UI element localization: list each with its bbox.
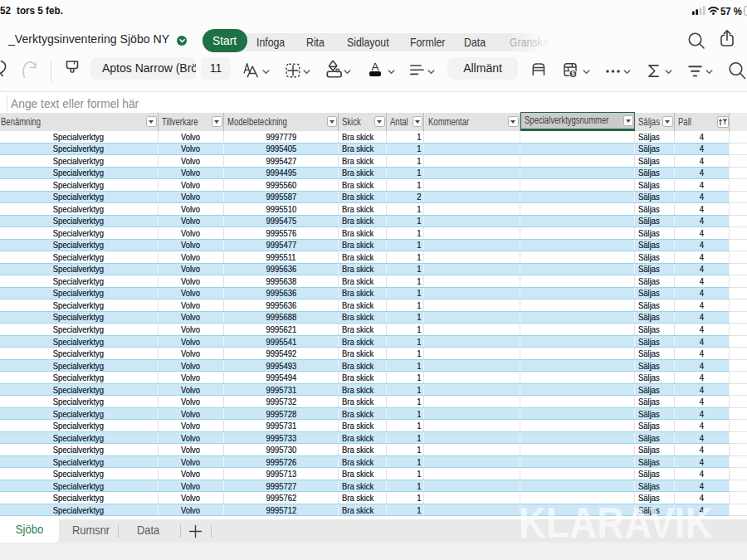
svg-text:$: $ bbox=[571, 71, 574, 77]
